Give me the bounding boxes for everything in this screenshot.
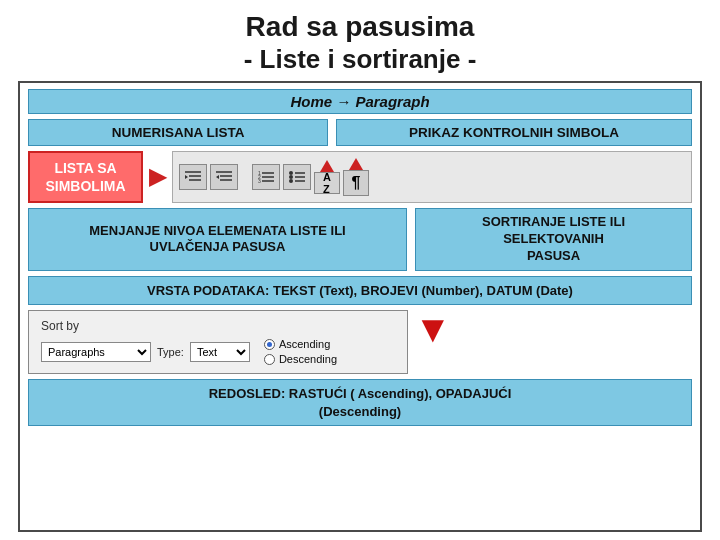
indent-decrease-btn[interactable] <box>179 164 207 190</box>
redosled-box: REDOSLED: RASTUĆI ( Ascending), OPADAJUĆ… <box>28 379 692 426</box>
title-line2: - Liste i sortiranje - <box>18 44 702 75</box>
svg-point-16 <box>289 175 293 179</box>
title-area: Rad sa pasusima - Liste i sortiranje - <box>18 10 702 75</box>
bullet-list-btn[interactable] <box>283 164 311 190</box>
row-four: MENJANJE NIVOA ELEMENATA LISTE ILIUVLAČE… <box>28 208 692 271</box>
bottom-row: REDOSLED: RASTUĆI ( Ascending), OPADAJUĆ… <box>28 379 692 426</box>
pilcrow-up-arrow <box>349 158 363 170</box>
vrsta-podataka-row: VRSTA PODATAKA: TEKST (Text), BROJEVI (N… <box>28 276 692 306</box>
pilcrow-btn[interactable]: ¶ <box>343 170 369 196</box>
pilcrow-icon: ¶ <box>352 174 361 192</box>
page-wrapper: Rad sa pasusima - Liste i sortiranje - H… <box>0 0 720 540</box>
sort-dialog-row: Sort by Paragraphs Type: Text Number Dat… <box>28 310 692 374</box>
prikaz-kontrolnih-label: PRIKAZ KONTROLNIH SIMBOLA <box>336 119 692 146</box>
svg-text:3: 3 <box>258 178 261 184</box>
descending-text: (Descending) <box>319 404 401 419</box>
indent-increase-btn[interactable] <box>210 164 238 190</box>
title-line1: Rad sa pasusima <box>18 10 702 44</box>
svg-point-18 <box>289 179 293 183</box>
sortiranje-liste-text: SORTIRANJE LISTE ILISELEKTOVANIHPASUSA <box>482 214 625 265</box>
vrsta-podataka-box: VRSTA PODATAKA: TEKST (Text), BROJEVI (N… <box>28 276 692 306</box>
menjanje-nivoa-text: MENJANJE NIVOA ELEMENATA LISTE ILIUVLAČE… <box>89 223 345 257</box>
sort-by-select[interactable]: Paragraphs <box>41 342 151 362</box>
vrsta-podataka-text: VRSTA PODATAKA: TEKST (Text), BROJEVI (N… <box>147 282 573 300</box>
toolbar-area: 123 AZ ¶ <box>172 151 692 203</box>
ascending-radio[interactable]: Ascending <box>264 338 337 350</box>
redosled-text: REDOSLED: RASTUĆI ( Ascending), OPADAJUĆ… <box>209 385 512 420</box>
row-three: LISTA SASIMBOLIMA ▶ 123 <box>28 151 692 203</box>
breadcrumb-bar: Home → Paragraph <box>28 89 692 114</box>
ascending-label: Ascending <box>279 338 330 350</box>
row-two: NUMERISANA LISTA PRIKAZ KONTROLNIH SIMBO… <box>28 119 692 146</box>
descending-radio[interactable]: Descending <box>264 353 337 365</box>
sortiranje-liste-box: SORTIRANJE LISTE ILISELEKTOVANIHPASUSA <box>415 208 692 271</box>
big-down-arrow-area: ▼ <box>414 310 452 350</box>
svg-marker-7 <box>216 175 219 179</box>
menjanje-nivoa-box: MENJANJE NIVOA ELEMENATA LISTE ILIUVLAČE… <box>28 208 407 271</box>
lista-sa-simbolima-text: LISTA SASIMBOLIMA <box>45 159 125 195</box>
right-arrow-icon: ▶ <box>149 164 166 190</box>
svg-marker-3 <box>185 175 188 179</box>
sort-az-area: AZ <box>314 160 340 194</box>
descending-radio-circle <box>264 354 275 365</box>
radio-group: Ascending Descending <box>264 338 337 365</box>
sort-az-btn[interactable]: AZ <box>314 172 340 194</box>
big-down-arrow-icon: ▼ <box>414 310 452 348</box>
ascending-radio-circle <box>264 339 275 350</box>
numerisana-lista-label: NUMERISANA LISTA <box>28 119 328 146</box>
descending-label: Descending <box>279 353 337 365</box>
pilcrow-area: ¶ <box>343 158 369 196</box>
lista-sa-simbolima-box: LISTA SASIMBOLIMA <box>28 151 143 203</box>
type-label: Type: <box>157 346 184 358</box>
sort-row: Paragraphs Type: Text Number Date Ascend… <box>41 338 395 365</box>
breadcrumb-text: Home → Paragraph <box>290 93 429 110</box>
right-arrow-area: ▶ <box>149 151 166 203</box>
numbered-list-btn[interactable]: 123 <box>252 164 280 190</box>
sort-az-text: AZ <box>323 171 331 195</box>
svg-point-14 <box>289 171 293 175</box>
sort-by-label: Sort by <box>41 319 395 333</box>
sort-dialog: Sort by Paragraphs Type: Text Number Dat… <box>28 310 408 374</box>
type-select[interactable]: Text Number Date <box>190 342 250 362</box>
main-box: Home → Paragraph NUMERISANA LISTA PRIKAZ… <box>18 81 702 532</box>
